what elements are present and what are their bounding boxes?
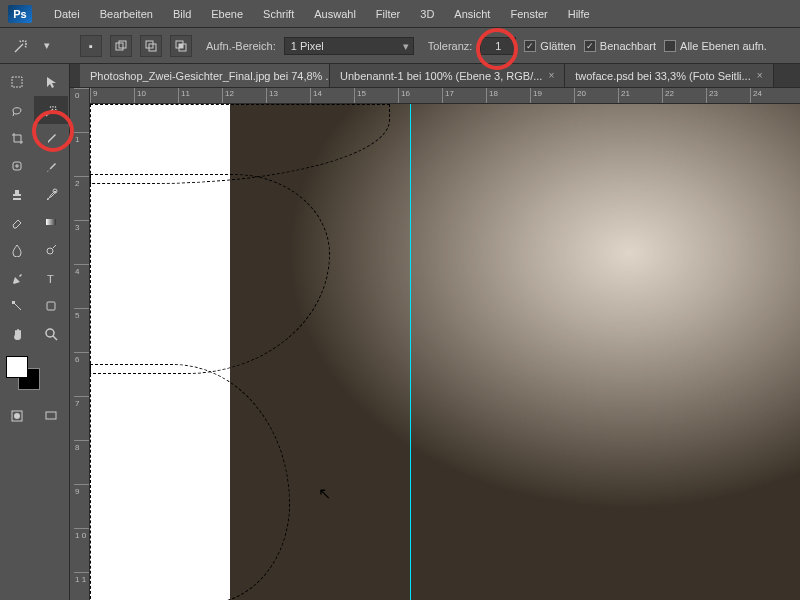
document-tab[interactable]: Photoshop_Zwei-Gesichter_Final.jpg bei 7…	[80, 64, 330, 87]
ruler-tick: 20	[574, 88, 618, 103]
menu-ebene[interactable]: Ebene	[201, 4, 253, 24]
tool-shape[interactable]	[34, 292, 68, 320]
ruler-tick: 2	[74, 176, 89, 220]
ruler-tick: 1 1	[74, 572, 89, 600]
all-layers-checkbox[interactable]	[664, 40, 676, 52]
menu-bild[interactable]: Bild	[163, 4, 201, 24]
svg-rect-10	[46, 219, 56, 225]
menu-fenster[interactable]: Fenster	[500, 4, 557, 24]
tool-zoom[interactable]	[34, 320, 68, 348]
tool-dodge[interactable]	[34, 236, 68, 264]
tool-wand[interactable]	[34, 96, 68, 124]
selection-intersect-button[interactable]	[170, 35, 192, 57]
document-tab[interactable]: Unbenannt-1 bei 100% (Ebene 3, RGB/...×	[330, 64, 565, 87]
sample-size-dropdown[interactable]: 1 Pixel	[284, 37, 414, 55]
ruler-tick: 12	[222, 88, 266, 103]
tool-heal[interactable]	[0, 152, 34, 180]
ruler-vertical: 01234567891 01 11 21 3	[74, 88, 90, 600]
document-image	[230, 104, 800, 600]
document-tab[interactable]: twoface.psd bei 33,3% (Foto Seitli...×	[565, 64, 773, 87]
tool-gradient[interactable]	[34, 208, 68, 236]
tab-label: Photoshop_Zwei-Gesichter_Final.jpg bei 7…	[90, 70, 330, 82]
contiguous-label: Benachbart	[600, 40, 656, 52]
tool-history[interactable]	[34, 180, 68, 208]
selection-sub-button[interactable]	[140, 35, 162, 57]
menu-3d[interactable]: 3D	[410, 4, 444, 24]
svg-point-15	[46, 329, 54, 337]
tool-blur[interactable]	[0, 236, 34, 264]
screenmode-button[interactable]	[34, 402, 68, 430]
ruler-tick: 7	[74, 396, 89, 440]
ruler-tick: 9	[90, 88, 134, 103]
quickmask-button[interactable]	[0, 402, 34, 430]
close-icon[interactable]: ×	[548, 70, 554, 81]
antialias-label: Glätten	[540, 40, 575, 52]
ruler-tick: 22	[662, 88, 706, 103]
ruler-tick: 16	[398, 88, 442, 103]
contiguous-checkbox[interactable]: ✓	[584, 40, 596, 52]
close-icon[interactable]: ×	[757, 70, 763, 81]
tool-crop[interactable]	[0, 124, 34, 152]
ruler-tick: 13	[266, 88, 310, 103]
tool-path[interactable]	[0, 292, 34, 320]
cursor-icon: ↖	[318, 484, 331, 503]
all-layers-label: Alle Ebenen aufn.	[680, 40, 767, 52]
ruler-tick: 6	[74, 352, 89, 396]
ruler-tick: 18	[486, 88, 530, 103]
ruler-tick: 4	[74, 264, 89, 308]
app-logo: Ps	[8, 5, 32, 23]
ruler-tick: 23	[706, 88, 750, 103]
canvas[interactable]: ↖	[90, 104, 800, 600]
svg-point-11	[47, 248, 53, 254]
ruler-tick: 15	[354, 88, 398, 103]
menu-schrift[interactable]: Schrift	[253, 4, 304, 24]
tab-label: twoface.psd bei 33,3% (Foto Seitli...	[575, 70, 750, 82]
svg-rect-14	[47, 302, 55, 310]
ruler-tick: 10	[134, 88, 178, 103]
svg-text:T: T	[47, 273, 54, 285]
tool-eraser[interactable]	[0, 208, 34, 236]
ruler-tick: 5	[74, 308, 89, 352]
tolerance-label: Toleranz:	[428, 40, 473, 52]
svg-rect-13	[12, 301, 15, 304]
ruler-tick: 3	[74, 220, 89, 264]
menu-hilfe[interactable]: Hilfe	[558, 4, 600, 24]
tool-pen[interactable]	[0, 264, 34, 292]
tolerance-input[interactable]: 1	[480, 37, 516, 55]
tool-stamp[interactable]	[0, 180, 34, 208]
tool-eyedrop[interactable]	[34, 124, 68, 152]
options-bar: ▾ ▪ Aufn.-Bereich: 1 Pixel Toleranz: 1 ✓…	[0, 28, 800, 64]
tool-type[interactable]: T	[34, 264, 68, 292]
ruler-tick: 0	[74, 88, 89, 132]
tool-hand[interactable]	[0, 320, 34, 348]
wand-icon	[12, 37, 30, 55]
menu-bearbeiten[interactable]: Bearbeiten	[90, 4, 163, 24]
ruler-tick: 19	[530, 88, 574, 103]
document-tabs: Photoshop_Zwei-Gesichter_Final.jpg bei 7…	[0, 64, 800, 88]
ruler-tick: 21	[618, 88, 662, 103]
tool-brush[interactable]	[34, 152, 68, 180]
guide-vertical[interactable]	[410, 104, 411, 600]
menu-bar: Ps DateiBearbeitenBildEbeneSchriftAuswah…	[0, 0, 800, 28]
color-swatches[interactable]	[6, 356, 46, 396]
antialias-checkbox[interactable]: ✓	[524, 40, 536, 52]
ruler-tick: 17	[442, 88, 486, 103]
ruler-tick: 1 0	[74, 528, 89, 572]
tool-arrow[interactable]	[34, 68, 68, 96]
chevron-down-icon: ▾	[38, 37, 56, 55]
ruler-tick: 1	[74, 132, 89, 176]
svg-point-17	[14, 413, 20, 419]
svg-rect-18	[46, 412, 56, 419]
ruler-tick: 11	[178, 88, 222, 103]
svg-rect-6	[179, 44, 183, 48]
menu-auswahl[interactable]: Auswahl	[304, 4, 366, 24]
menu-filter[interactable]: Filter	[366, 4, 410, 24]
ruler-horizontal: 9101112131415161718192021222324	[90, 88, 800, 104]
tool-lasso[interactable]	[0, 96, 34, 124]
tool-marquee[interactable]	[0, 68, 34, 96]
selection-new-button[interactable]: ▪	[80, 35, 102, 57]
menu-ansicht[interactable]: Ansicht	[444, 4, 500, 24]
foreground-swatch[interactable]	[6, 356, 28, 378]
selection-add-button[interactable]	[110, 35, 132, 57]
menu-datei[interactable]: Datei	[44, 4, 90, 24]
